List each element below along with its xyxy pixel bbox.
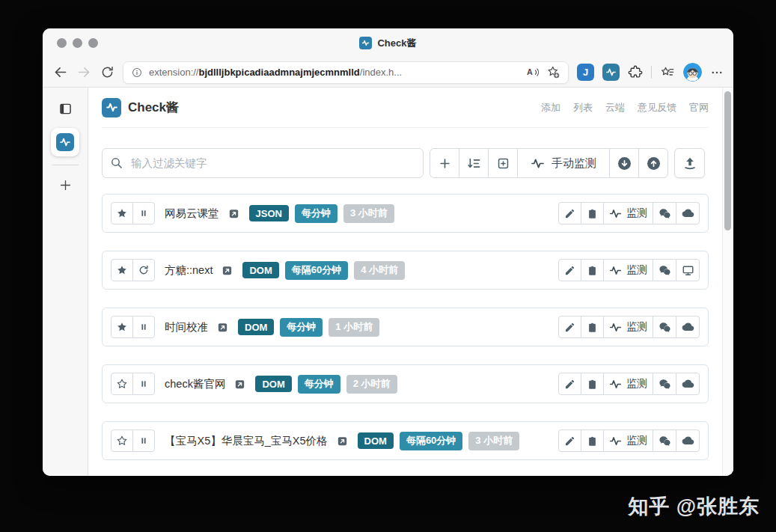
monitor-label: 监测 — [626, 434, 647, 447]
open-link-icon[interactable] — [227, 207, 240, 220]
add-group-button[interactable] — [488, 148, 518, 178]
wechat-button[interactable] — [653, 316, 676, 338]
wechat-button[interactable] — [653, 429, 676, 452]
open-link-icon[interactable] — [233, 378, 246, 391]
favorite-button[interactable] — [111, 259, 133, 281]
page-scrollbar-thumb[interactable] — [724, 91, 731, 230]
time-badge: 2 小时前 — [346, 375, 397, 394]
more-menu-icon[interactable] — [710, 66, 724, 79]
window-controls — [57, 28, 98, 58]
new-tab-button[interactable] — [54, 174, 76, 196]
extension-j-icon[interactable]: J — [577, 64, 594, 81]
nav-link-feedback[interactable]: 意见反馈 — [638, 101, 676, 114]
pause-button[interactable] — [132, 202, 155, 224]
export-button[interactable] — [638, 148, 668, 178]
edit-button[interactable] — [558, 259, 581, 281]
monitor-button[interactable]: 监测 — [603, 429, 653, 452]
forward-button[interactable] — [76, 64, 92, 80]
url-text: extension://bjdllljbkpicadiaadmnajmjecmn… — [149, 67, 402, 78]
copy-button[interactable] — [581, 429, 604, 452]
favorite-button[interactable] — [111, 429, 133, 452]
favorites-hub-icon[interactable] — [660, 65, 675, 80]
manual-monitor-button[interactable]: 手动监测 — [517, 148, 610, 178]
cloud-icon — [682, 435, 694, 447]
pause-button[interactable] — [132, 429, 155, 452]
row-title: 方糖::next — [165, 263, 213, 278]
extension-checkjiang-icon[interactable] — [602, 64, 620, 81]
waveform-icon — [609, 378, 622, 391]
page-scrollbar-track — [722, 88, 733, 476]
extensions-puzzle-icon[interactable] — [628, 65, 643, 80]
monitor-button[interactable]: 监测 — [603, 259, 653, 281]
site-info-icon[interactable] — [131, 67, 143, 79]
display-icon — [682, 264, 694, 277]
reload-button[interactable] — [100, 65, 114, 79]
toolbar-divider — [651, 66, 652, 79]
wechat-button[interactable] — [653, 259, 676, 281]
frequency-badge: 每分钟 — [298, 375, 340, 394]
monitor-button[interactable]: 监测 — [603, 202, 653, 224]
favorite-button[interactable] — [111, 316, 133, 338]
open-link-icon[interactable] — [336, 435, 349, 447]
browser-main: Check酱 添加 列表 云端 意见反馈 官网 — [43, 88, 733, 476]
pause-icon — [138, 435, 149, 446]
back-button[interactable] — [52, 64, 68, 80]
pause-button[interactable] — [132, 373, 155, 395]
cloud-button[interactable] — [676, 316, 700, 338]
import-button[interactable] — [609, 148, 639, 178]
monitor-button[interactable]: 监测 — [603, 316, 653, 338]
favorite-button[interactable] — [111, 373, 133, 395]
open-link-icon[interactable] — [221, 264, 233, 277]
copy-button[interactable] — [581, 202, 604, 224]
cloud-button[interactable] — [676, 373, 700, 395]
copy-button[interactable] — [581, 373, 604, 395]
publish-button[interactable] — [674, 148, 705, 178]
nav-link-official-site[interactable]: 官网 — [689, 101, 709, 114]
open-link-icon[interactable] — [216, 321, 229, 334]
cloud-button[interactable] — [676, 202, 700, 224]
wechat-button[interactable] — [653, 202, 676, 224]
app-brand: Check酱 — [102, 98, 179, 117]
add-task-button[interactable] — [430, 148, 459, 178]
copy-button[interactable] — [581, 316, 604, 338]
add-favorite-star-icon[interactable] — [546, 65, 560, 79]
minimize-window-button[interactable] — [73, 38, 82, 48]
titlebar: Check酱 — [43, 28, 733, 58]
browser-window: Check酱 extension://bjdllljbkpicadiaadmna… — [43, 28, 733, 476]
nav-link-add[interactable]: 添加 — [541, 101, 560, 114]
page-content: Check酱 添加 列表 云端 意见反馈 官网 — [88, 88, 722, 476]
close-window-button[interactable] — [57, 38, 67, 48]
time-badge: 4 小时前 — [354, 261, 405, 280]
wechat-button[interactable] — [653, 373, 676, 395]
favorite-button[interactable] — [111, 202, 133, 224]
nav-link-list[interactable]: 列表 — [573, 101, 593, 114]
sidebar-tab-checkjiang[interactable] — [51, 128, 79, 156]
edit-button[interactable] — [558, 373, 581, 395]
pencil-icon — [564, 322, 575, 333]
cloud-button[interactable] — [676, 429, 700, 452]
frequency-badge: 每分钟 — [280, 318, 323, 337]
search-input[interactable] — [102, 148, 424, 178]
circle-arrow-up-icon — [646, 156, 662, 171]
wechat-icon — [659, 435, 671, 447]
edit-button[interactable] — [558, 316, 581, 338]
zoom-window-button[interactable] — [88, 38, 98, 48]
profile-avatar[interactable] — [683, 63, 702, 82]
pause-icon — [138, 379, 149, 389]
copy-button[interactable] — [581, 259, 604, 281]
checkjiang-waveform-icon — [56, 133, 74, 151]
refresh-button[interactable] — [132, 259, 155, 281]
display-button[interactable] — [676, 259, 700, 281]
nav-link-cloud[interactable]: 云端 — [605, 101, 625, 114]
edit-button[interactable] — [558, 429, 581, 452]
monitor-button[interactable]: 监测 — [603, 373, 653, 395]
monitor-row: 网易云课堂 JSON 每分钟 3 小时前 监测 — [102, 194, 709, 233]
address-bar[interactable]: extension://bjdllljbkpicadiaadmnajmjecmn… — [123, 61, 569, 84]
manual-monitor-label: 手动监测 — [552, 156, 596, 171]
svg-text:A: A — [527, 67, 533, 76]
tab-actions-icon[interactable] — [54, 97, 76, 120]
edit-button[interactable] — [558, 202, 581, 224]
sort-button[interactable] — [459, 148, 489, 178]
read-aloud-icon[interactable]: A — [526, 66, 540, 79]
pause-button[interactable] — [132, 316, 155, 338]
